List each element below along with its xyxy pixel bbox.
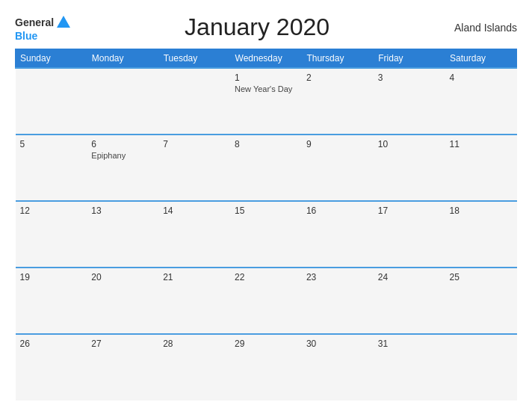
day-number: 13	[91, 206, 154, 216]
day-number: 26	[20, 339, 83, 349]
header: General Blue January 2020 Aland Islands	[15, 13, 517, 41]
day-number: 2	[306, 72, 369, 83]
calendar-cell: 23	[302, 268, 374, 334]
calendar-cell: 13	[87, 201, 158, 268]
day-number: 28	[163, 339, 226, 349]
day-number: 15	[235, 206, 297, 216]
calendar-cell	[16, 68, 87, 135]
holiday-name: Epiphany	[91, 151, 154, 160]
day-number: 9	[306, 139, 369, 149]
calendar-cell: 14	[158, 201, 230, 268]
day-number: 19	[20, 272, 83, 282]
holiday-name: New Year's Day	[235, 84, 297, 93]
calendar-cell: 30	[302, 334, 374, 401]
logo-blue-text: Blue	[15, 31, 37, 41]
calendar-cell	[87, 68, 158, 135]
calendar-cell: 28	[158, 334, 230, 401]
calendar-cell	[158, 68, 230, 135]
calendar-cell: 22	[230, 268, 302, 334]
day-number: 24	[378, 272, 441, 282]
day-number: 16	[306, 206, 369, 216]
day-number: 23	[306, 272, 369, 282]
calendar-cell: 12	[16, 201, 87, 268]
svg-marker-0	[57, 16, 70, 28]
day-number: 20	[91, 272, 154, 282]
col-thursday: Thursday	[302, 49, 374, 69]
calendar-body: 1New Year's Day23456Epiphany789101112131…	[16, 68, 517, 401]
calendar-cell: 26	[16, 334, 87, 401]
day-number: 8	[235, 139, 297, 149]
calendar-cell: 20	[87, 268, 158, 334]
calendar-cell: 15	[230, 201, 302, 268]
day-number: 18	[450, 206, 513, 216]
calendar-cell: 31	[374, 334, 445, 401]
day-number: 6	[91, 139, 154, 149]
col-wednesday: Wednesday	[230, 49, 302, 69]
day-number: 22	[235, 272, 297, 282]
calendar-cell: 6Epiphany	[87, 135, 158, 201]
weekday-header-row: Sunday Monday Tuesday Wednesday Thursday…	[16, 49, 517, 69]
calendar-cell: 24	[374, 268, 445, 334]
day-number: 5	[20, 139, 83, 149]
calendar-cell: 8	[230, 135, 302, 201]
day-number: 12	[20, 206, 83, 216]
day-number: 27	[91, 339, 154, 349]
page: General Blue January 2020 Aland Islands …	[0, 0, 532, 411]
calendar-cell: 18	[445, 201, 517, 268]
col-sunday: Sunday	[16, 49, 87, 69]
day-number: 3	[378, 72, 441, 83]
calendar-cell: 19	[16, 268, 87, 334]
calendar-cell: 9	[302, 135, 374, 201]
day-number: 29	[235, 339, 297, 349]
calendar-cell: 29	[230, 334, 302, 401]
day-number: 30	[306, 339, 369, 349]
day-number: 7	[163, 139, 226, 149]
calendar-cell: 5	[16, 135, 87, 201]
calendar-cell: 11	[445, 135, 517, 201]
calendar-cell: 7	[158, 135, 230, 201]
calendar-cell: 3	[374, 68, 445, 135]
logo-general-text: General	[15, 17, 54, 28]
calendar-cell	[445, 334, 517, 401]
calendar-cell: 17	[374, 201, 445, 268]
calendar-week-row: 56Epiphany7891011	[16, 135, 517, 201]
day-number: 1	[235, 72, 297, 83]
calendar-week-row: 1New Year's Day234	[16, 68, 517, 135]
calendar-cell: 21	[158, 268, 230, 334]
calendar-table: Sunday Monday Tuesday Wednesday Thursday…	[15, 49, 517, 401]
calendar-cell: 10	[374, 135, 445, 201]
calendar-cell: 2	[302, 68, 374, 135]
calendar-cell: 4	[445, 68, 517, 135]
day-number: 21	[163, 272, 226, 282]
logo: General Blue	[15, 14, 72, 41]
col-saturday: Saturday	[445, 49, 517, 69]
day-number: 14	[163, 206, 226, 216]
region-label: Aland Islands	[442, 22, 517, 34]
day-number: 31	[378, 339, 441, 349]
calendar-cell: 1New Year's Day	[230, 68, 302, 135]
calendar-header: Sunday Monday Tuesday Wednesday Thursday…	[16, 49, 517, 69]
day-number: 25	[450, 272, 513, 282]
calendar-week-row: 19202122232425	[16, 268, 517, 334]
calendar-cell: 16	[302, 201, 374, 268]
calendar-cell: 25	[445, 268, 517, 334]
calendar-week-row: 262728293031	[16, 334, 517, 401]
col-tuesday: Tuesday	[158, 49, 230, 69]
day-number: 11	[450, 139, 513, 149]
day-number: 10	[378, 139, 441, 149]
calendar-week-row: 12131415161718	[16, 201, 517, 268]
col-friday: Friday	[374, 49, 445, 69]
col-monday: Monday	[87, 49, 158, 69]
calendar-title: January 2020	[72, 13, 442, 41]
day-number: 4	[450, 72, 513, 83]
day-number: 17	[378, 206, 441, 216]
calendar-cell: 27	[87, 334, 158, 401]
logo-icon	[55, 14, 72, 31]
